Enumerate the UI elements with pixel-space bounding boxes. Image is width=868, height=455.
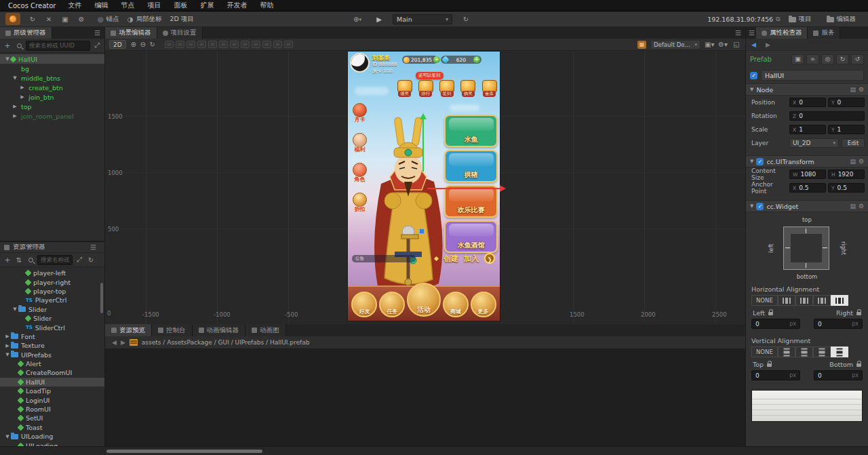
docs-icon[interactable]: ▤: [850, 158, 856, 165]
node-section-header[interactable]: ▼ Node ▤ ⚙: [746, 83, 868, 96]
asset-row[interactable]: HallUI: [0, 378, 104, 387]
collapse-caret-icon[interactable]: ▼: [750, 159, 753, 164]
platform-globe-button[interactable]: ⊕▾: [351, 14, 364, 25]
v-align-stretch-button[interactable]: [831, 347, 848, 357]
bottom-nav-button[interactable]: 好友: [351, 292, 377, 317]
assets-search-input[interactable]: [37, 255, 73, 265]
top-offset-input[interactable]: 0px: [751, 370, 800, 380]
lock-icon[interactable]: [856, 312, 861, 315]
v-align-middle-button[interactable]: [795, 347, 813, 357]
prefab-action-button[interactable]: ∞: [806, 54, 819, 64]
gizmo-x-axis-arrow[interactable]: [427, 188, 503, 189]
search-filter-button[interactable]: [26, 255, 35, 264]
prefab-action-button[interactable]: ↻: [836, 54, 849, 64]
asset-row[interactable]: Texture: [0, 341, 104, 350]
v-align-top-button[interactable]: [778, 347, 795, 357]
expand-arrow-icon[interactable]: [12, 306, 18, 312]
rotation-z-input[interactable]: Z0: [789, 111, 865, 121]
zoom-tool-icon[interactable]: ⊖: [138, 41, 148, 48]
add-node-button[interactable]: +: [3, 41, 12, 50]
toolbar-tool-icon[interactable]: ▣: [58, 14, 72, 24]
align-tool-icon[interactable]: [230, 41, 239, 48]
align-tool-icon[interactable]: [219, 41, 228, 48]
asset-row[interactable]: Slider: [0, 314, 104, 323]
top-menu-button[interactable]: 抽奖: [459, 80, 477, 97]
assets-menu-icon[interactable]: ☰: [90, 243, 96, 251]
gizmo-y-axis-arrow[interactable]: [422, 116, 424, 172]
position-y-input[interactable]: Y0: [828, 98, 865, 107]
v-align-bottom-button[interactable]: [813, 347, 831, 357]
top-menu-button[interactable]: 领奖: [395, 80, 414, 97]
align-tool-icon[interactable]: [273, 41, 282, 48]
bottom-nav-button[interactable]: 商城: [443, 292, 469, 317]
widget-enable-checkbox[interactable]: ✓: [756, 203, 764, 210]
lock-icon[interactable]: [768, 312, 773, 315]
expand-arrow-icon[interactable]: [4, 352, 11, 357]
hierarchy-node-row[interactable]: middle_btns: [0, 73, 104, 83]
gizmo-color-icon[interactable]: ▦: [637, 41, 646, 49]
node-active-checkbox[interactable]: ✓: [750, 72, 757, 79]
top-menu-button[interactable]: 金库: [480, 80, 498, 97]
hierarchy-node-row[interactable]: join_btn: [0, 92, 104, 102]
bottom-nav-button[interactable]: 活动: [407, 283, 441, 317]
align-tool-icon[interactable]: [284, 41, 293, 48]
expand-arrow-icon[interactable]: [4, 343, 11, 349]
asset-row[interactable]: UILoading: [0, 432, 104, 441]
expand-arrow-icon[interactable]: [12, 104, 18, 109]
anchor-toggle[interactable]: ◎锚点: [98, 15, 119, 24]
play-button[interactable]: ▶: [372, 14, 386, 25]
tab-hierarchy[interactable]: 层级管理器: [0, 27, 52, 39]
game-mode-button[interactable]: 欢乐比赛: [444, 185, 498, 218]
hierarchy-node-row[interactable]: bg: [0, 64, 104, 73]
preview-address[interactable]: 192.168.31.90:7456⧉: [707, 16, 780, 23]
tab-service[interactable]: 服务: [808, 27, 840, 39]
align-tool-icon[interactable]: [241, 41, 250, 48]
top-menu-button[interactable]: 排行: [416, 80, 435, 97]
uitransform-enable-checkbox[interactable]: ✓: [756, 158, 764, 165]
left-offset-input[interactable]: 0px: [751, 319, 800, 329]
expand-arrow-icon[interactable]: [19, 94, 26, 100]
prefab-action-button[interactable]: ◎: [821, 54, 834, 64]
breadcrumb-back-icon[interactable]: ◀: [112, 339, 117, 346]
breadcrumb-forward-icon[interactable]: ▶: [121, 339, 125, 346]
docs-icon[interactable]: ▤: [850, 86, 856, 93]
layer-select[interactable]: UI_2D▾: [789, 138, 839, 148]
bottom-tab[interactable]: 动画编辑器: [193, 324, 246, 336]
assets-scrollbar[interactable]: [100, 283, 103, 313]
menu-item[interactable]: 开发者: [226, 1, 247, 10]
tab-project-settings[interactable]: 项目设置: [157, 27, 203, 39]
back-arrow-icon[interactable]: ◀: [751, 41, 756, 48]
bottom-tab[interactable]: 控制台: [152, 324, 193, 336]
size-h-input[interactable]: H1920: [828, 170, 865, 179]
game-mode-button[interactable]: 水鱼酒馆: [444, 220, 498, 253]
anchor-x-input[interactable]: X0.5: [789, 183, 826, 193]
hierarchy-node-row[interactable]: join_room_panel: [0, 111, 104, 121]
scene-panel-menu-icon[interactable]: ☰: [735, 29, 741, 37]
menu-item[interactable]: 编辑: [94, 1, 108, 10]
coords-toggle[interactable]: ◑局部坐标: [127, 15, 162, 24]
anchor-y-input[interactable]: Y0.5: [828, 183, 865, 193]
cocos-logo-button[interactable]: [5, 13, 20, 25]
asset-row[interactable]: player-left: [0, 269, 104, 277]
asset-row[interactable]: Alert: [0, 359, 104, 368]
asset-row[interactable]: RoomUI: [0, 405, 104, 414]
bottom-tab[interactable]: 资源预览: [105, 324, 152, 336]
h-align-stretch-button[interactable]: [831, 295, 848, 306]
align-tool-icon[interactable]: [262, 41, 271, 48]
uitransform-section-header[interactable]: ▼ ✓ cc.UITransform ▤ ⚙: [746, 155, 868, 167]
docs-icon[interactable]: ▤: [850, 203, 856, 210]
asset-row[interactable]: CreateRoomUI: [0, 368, 104, 377]
scene-gear-icon[interactable]: ⚙▾: [718, 41, 728, 48]
scene-viewport[interactable]: 15001000500 -1500-1000-500 150020002500 …: [105, 51, 745, 324]
align-tool-icon[interactable]: [176, 41, 184, 48]
copy-icon[interactable]: ⧉: [776, 16, 780, 23]
menu-item[interactable]: 文件: [68, 1, 81, 10]
align-tool-icon[interactable]: [208, 41, 217, 48]
asset-row[interactable]: Slider: [0, 305, 104, 314]
layer-edit-button[interactable]: Edit: [842, 138, 865, 148]
refresh-assets-icon[interactable]: ↻: [86, 255, 96, 264]
position-x-input[interactable]: X0: [789, 98, 826, 107]
tab-inspector[interactable]: 属性检查器: [756, 27, 808, 39]
asset-row[interactable]: player-right: [0, 277, 104, 286]
zoom-tool-icon[interactable]: ⊕: [129, 41, 138, 48]
